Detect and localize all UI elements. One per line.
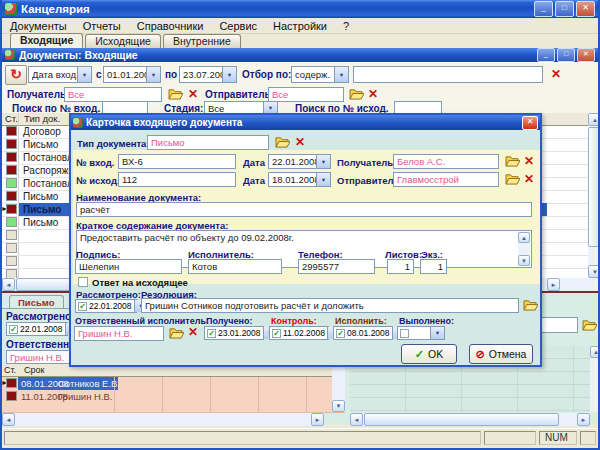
menu-directories[interactable]: Справочники [129, 20, 212, 32]
scroll-down-icon[interactable]: ▼ [588, 265, 600, 278]
child-restore-icon[interactable]: □ [557, 48, 575, 62]
chevron-down-icon[interactable] [146, 67, 160, 82]
scroll-down-icon[interactable]: ▼ [518, 255, 530, 266]
child-minimize-icon[interactable]: _ [537, 48, 555, 62]
vertical-scrollbar[interactable]: ▲ ▼ [588, 113, 600, 278]
chevron-down-icon[interactable] [77, 67, 91, 82]
checkbox-checked[interactable]: ✓ [9, 325, 18, 334]
phone-input[interactable]: 2995577 [298, 259, 375, 274]
subtable-row[interactable]: 11.01.2008 Гришин Н.В. [2, 390, 345, 404]
resolution-input[interactable]: Гришин Сотников подготовить расчёт и дол… [141, 298, 519, 313]
out-date-combo[interactable]: 18.01.2008 [268, 172, 331, 187]
open-folder-icon[interactable] [275, 136, 290, 148]
clear-responsible-icon[interactable]: ✕ [188, 326, 198, 338]
done-date-picker[interactable] [397, 326, 445, 340]
clear-filter-icon[interactable]: ✕ [551, 68, 561, 80]
open-folder-icon[interactable] [505, 155, 520, 167]
received-date-picker[interactable]: ✓ 23.01.2008 [204, 326, 264, 340]
chevron-down-icon[interactable] [316, 173, 330, 186]
chevron-down-icon[interactable] [316, 155, 330, 168]
date-field-combo[interactable]: Дата вход. [28, 66, 92, 83]
tab-incoming[interactable]: Входящие [10, 33, 83, 48]
in-date-combo[interactable]: 22.01.2008 [268, 154, 331, 169]
scroll-up-icon[interactable]: ▲ [590, 346, 600, 358]
signature-input[interactable]: Шелепин [75, 259, 182, 274]
grid-hscrollbar[interactable]: ◄ ► [350, 413, 590, 426]
scroll-left-icon[interactable]: ◄ [2, 413, 15, 426]
checkbox-checked[interactable]: ✓ [207, 329, 216, 338]
from-date-combo[interactable]: 01.01.2008 [103, 66, 161, 83]
scroll-left-icon[interactable]: ◄ [350, 413, 363, 426]
scroll-right-icon[interactable]: ► [311, 413, 324, 426]
scroll-right-icon[interactable]: ► [577, 413, 590, 426]
menu-documents[interactable]: Документы [2, 20, 75, 32]
menu-reports[interactable]: Отчеты [75, 20, 129, 32]
execute-date-picker[interactable]: ✓ 08.01.2008 [333, 326, 393, 340]
close-icon[interactable]: ✕ [576, 1, 595, 17]
subtable-vscrollbar[interactable]: ▼ [332, 364, 345, 412]
chevron-down-icon[interactable] [334, 67, 348, 82]
receiver-input[interactable]: Все [64, 87, 162, 102]
open-folder-icon[interactable] [168, 88, 183, 100]
checkbox-checked[interactable]: ✓ [336, 329, 345, 338]
reply-checkbox[interactable] [78, 277, 88, 287]
open-folder-icon[interactable] [582, 319, 597, 331]
open-folder-icon[interactable] [523, 299, 538, 311]
subtable-row-empty[interactable] [2, 403, 345, 413]
menu-service[interactable]: Сервис [211, 20, 265, 32]
open-folder-icon[interactable] [349, 88, 364, 100]
scroll-down-icon[interactable]: ▼ [332, 400, 345, 412]
in-number-input[interactable]: ВХ-6 [118, 154, 236, 169]
scroll-up-icon[interactable]: ▲ [588, 113, 600, 126]
clear-sender-icon[interactable]: ✕ [524, 173, 534, 185]
clear-sender-icon[interactable]: ✕ [368, 88, 378, 100]
scrollbar-thumb[interactable] [588, 127, 600, 247]
clear-doc-type-icon[interactable]: ✕ [295, 136, 305, 148]
clear-receiver-icon[interactable]: ✕ [524, 155, 534, 167]
checkbox-checked[interactable]: ✓ [78, 302, 87, 311]
subtable-hscrollbar[interactable]: ◄ ► [2, 413, 324, 426]
dialog-close-icon[interactable]: ✕ [522, 116, 538, 130]
refresh-button[interactable]: ↻ [5, 65, 27, 85]
scroll-left-icon[interactable]: ◄ [2, 278, 15, 291]
filter-by-combo[interactable]: содерж. [291, 66, 349, 83]
reviewed-date-picker[interactable]: ✓ 22.01.2008 [75, 299, 137, 313]
menu-help[interactable]: ? [335, 20, 357, 32]
subtable-row-selected[interactable]: ► 08.01.2008 Сотников Е.В. [2, 377, 345, 391]
menu-settings[interactable]: Настройки [265, 20, 335, 32]
textarea-scrollbar[interactable]: ▲ ▼ [518, 232, 530, 266]
filter-text-input[interactable] [353, 66, 543, 83]
grid-vscrollbar[interactable]: ▲ [590, 346, 600, 412]
ok-button[interactable]: ✓ OK [401, 344, 457, 364]
sheets-input[interactable]: 1 [387, 259, 414, 274]
scroll-right-icon[interactable]: ► [547, 278, 560, 291]
dialog-responsible-input[interactable]: Гришин Н.В. [74, 326, 164, 341]
open-folder-icon[interactable] [169, 327, 184, 339]
sender-input[interactable]: Все [268, 87, 344, 102]
scroll-up-icon[interactable]: ▲ [518, 232, 530, 243]
to-date-combo[interactable]: 23.07.2008 [179, 66, 237, 83]
detail-tab-letter[interactable]: Письмо [9, 295, 64, 309]
minimize-icon[interactable]: _ [534, 1, 553, 17]
executor-input[interactable]: Котов [188, 259, 282, 274]
copies-input[interactable]: 1 [420, 259, 447, 274]
control-date-picker[interactable]: ✓ 11.02.2008 [269, 326, 329, 340]
reviewed-date-picker[interactable]: ✓ 22.01.2008 [6, 322, 68, 336]
open-folder-icon[interactable] [505, 173, 520, 185]
checkbox-checked[interactable]: ✓ [272, 329, 281, 338]
child-close-icon[interactable]: ✕ [577, 48, 595, 62]
cancel-button[interactable]: ⊘ Отмена [469, 344, 533, 364]
dialog-receiver-input[interactable]: Белов А.С. [393, 154, 499, 169]
maximize-icon[interactable]: □ [555, 1, 574, 17]
scrollbar-thumb[interactable] [364, 413, 559, 426]
clear-receiver-icon[interactable]: ✕ [188, 88, 198, 100]
out-number-input[interactable]: 112 [118, 172, 236, 187]
doc-type-input[interactable]: Письмо [147, 135, 269, 150]
checkbox-unchecked[interactable] [400, 329, 409, 338]
tab-outgoing[interactable]: Исходящие [85, 34, 161, 48]
dialog-sender-input[interactable]: Главмосстрой [393, 172, 499, 187]
doc-name-input[interactable]: расчёт [76, 202, 532, 217]
chevron-down-icon[interactable] [222, 67, 236, 82]
chevron-down-icon[interactable] [430, 327, 444, 339]
tab-internal[interactable]: Внутренние [163, 34, 241, 48]
